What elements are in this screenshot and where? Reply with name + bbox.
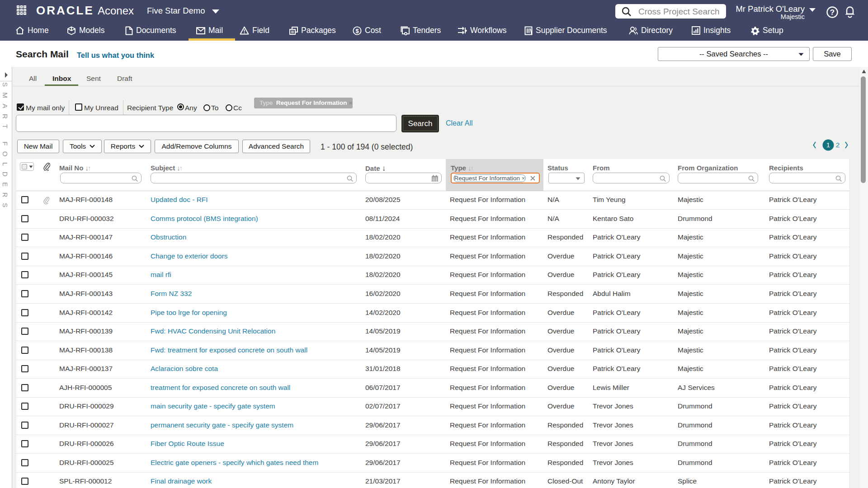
svg-text:?: ? — [830, 8, 835, 17]
svg-text:1: 1 — [826, 141, 830, 149]
svg-text:$: $ — [355, 27, 359, 34]
svg-text:2: 2 — [836, 141, 840, 149]
